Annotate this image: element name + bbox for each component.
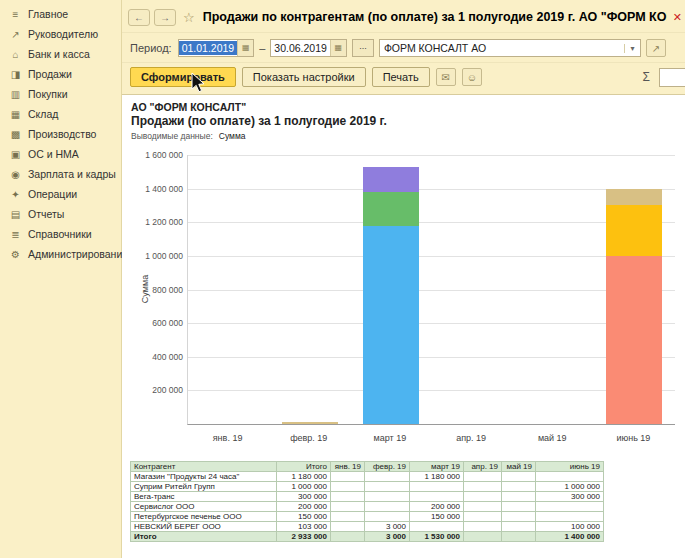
contractor-cell[interactable]: Магазин "Продукты 24 часа" [131, 472, 277, 482]
amount-cell[interactable] [331, 512, 365, 522]
amount-cell[interactable] [502, 512, 536, 522]
amount-cell[interactable]: 300 000 [277, 492, 331, 502]
amount-cell[interactable] [410, 492, 464, 502]
amount-cell[interactable] [331, 482, 365, 492]
column-header[interactable]: янв. 19 [331, 462, 365, 472]
column-header[interactable]: февр. 19 [365, 462, 410, 472]
amount-cell[interactable]: 1 180 000 [277, 472, 331, 482]
amount-cell[interactable] [464, 472, 502, 482]
column-header[interactable]: Итого [277, 462, 331, 472]
sidebar-item-otchety[interactable]: ▤Отчеты [0, 204, 121, 224]
sidebar-item-bank-i-kassa[interactable]: ⌂Банк и касса [0, 44, 121, 64]
print-button[interactable]: Печать [372, 67, 430, 87]
sidebar-item-spravochniki[interactable]: ≣Справочники [0, 224, 121, 244]
amount-cell[interactable] [365, 512, 410, 522]
bar-segment[interactable] [363, 192, 419, 226]
generate-button[interactable]: Сформировать [130, 67, 236, 87]
chevron-down-icon[interactable]: ▾ [624, 44, 640, 53]
sidebar-item-operacii[interactable]: ✦Операции [0, 184, 121, 204]
amount-cell[interactable] [365, 472, 410, 482]
amount-cell[interactable] [410, 522, 464, 532]
amount-cell[interactable] [331, 492, 365, 502]
feedback-icon[interactable]: ☺ [462, 68, 482, 86]
contractor-cell[interactable]: Вега-транс [131, 492, 277, 502]
contractor-cell[interactable]: НЕВСКИЙ БЕРЕГ ООО [131, 522, 277, 532]
show-settings-button[interactable]: Показать настройки [242, 67, 366, 87]
amount-cell[interactable] [464, 482, 502, 492]
close-icon[interactable]: ✕ [673, 11, 682, 24]
total-cell[interactable]: 1 400 000 [536, 532, 604, 542]
sidebar-item-zarplata-i-kadry[interactable]: ◉Зарплата и кадры [0, 164, 121, 184]
organization-combo[interactable]: ФОРМ КОНСАЛТ АО ▾ [379, 39, 641, 57]
sidebar-item-glavnoe[interactable]: ≡Главное [0, 4, 121, 24]
amount-cell[interactable] [502, 522, 536, 532]
sidebar-item-os-i-nma[interactable]: ▣ОС и НМА [0, 144, 121, 164]
amount-cell[interactable] [502, 502, 536, 512]
amount-cell[interactable] [536, 502, 604, 512]
column-header[interactable]: март 19 [410, 462, 464, 472]
amount-cell[interactable] [410, 482, 464, 492]
date-to-field[interactable]: 30.06.2019 ▦ [270, 39, 347, 57]
bar-segment[interactable] [363, 167, 419, 192]
amount-cell[interactable] [464, 492, 502, 502]
amount-cell[interactable]: 200 000 [410, 502, 464, 512]
calendar-icon[interactable]: ▦ [330, 40, 346, 56]
amount-cell[interactable]: 150 000 [410, 512, 464, 522]
amount-cell[interactable] [536, 512, 604, 522]
mail-icon[interactable]: ✉ [436, 68, 456, 86]
amount-cell[interactable] [365, 492, 410, 502]
amount-cell[interactable] [502, 482, 536, 492]
amount-cell[interactable]: 3 000 [365, 522, 410, 532]
amount-cell[interactable] [331, 502, 365, 512]
sidebar-item-proizvodstvo[interactable]: ▩Производство [0, 124, 121, 144]
total-cell[interactable] [331, 532, 365, 542]
amount-cell[interactable] [502, 472, 536, 482]
sidebar-item-prodazhi[interactable]: ◨Продажи [0, 64, 121, 84]
contractor-cell[interactable]: Сервислог ООО [131, 502, 277, 512]
total-cell[interactable]: 1 530 000 [410, 532, 464, 542]
sidebar-item-sklad[interactable]: ▦Склад [0, 104, 121, 124]
amount-cell[interactable]: 1 000 000 [536, 482, 604, 492]
contractor-cell[interactable]: Суприм Ритейл Групп [131, 482, 277, 492]
amount-cell[interactable] [464, 522, 502, 532]
org-open-button[interactable]: ↗ [646, 39, 666, 57]
amount-cell[interactable]: 1 000 000 [277, 482, 331, 492]
total-cell[interactable]: 3 000 [365, 532, 410, 542]
bar-segment[interactable] [606, 205, 662, 255]
amount-cell[interactable] [464, 502, 502, 512]
sidebar-item-administrirovanie[interactable]: ⚙Администрирование [0, 244, 121, 264]
amount-cell[interactable] [331, 522, 365, 532]
date-from-value[interactable]: 01.01.2019 [179, 41, 238, 55]
total-cell[interactable]: 2 933 000 [277, 532, 331, 542]
amount-cell[interactable]: 300 000 [536, 492, 604, 502]
amount-cell[interactable] [365, 502, 410, 512]
total-cell[interactable]: Итого [131, 532, 277, 542]
sidebar-item-rukovoditelyu[interactable]: ↗Руководителю [0, 24, 121, 44]
bar-segment[interactable] [363, 226, 419, 424]
sidebar-item-pokupki[interactable]: ▥Покупки [0, 84, 121, 104]
calendar-icon[interactable]: ▦ [237, 40, 253, 56]
period-more-button[interactable]: ... [352, 39, 374, 57]
column-header[interactable]: май 19 [502, 462, 536, 472]
sum-sigma-icon[interactable]: Σ [643, 70, 650, 84]
bar-segment[interactable] [282, 422, 338, 424]
amount-cell[interactable] [502, 492, 536, 502]
amount-cell[interactable]: 1 180 000 [410, 472, 464, 482]
amount-cell[interactable]: 200 000 [277, 502, 331, 512]
favorite-star-icon[interactable]: ☆ [183, 10, 195, 25]
total-cell[interactable] [502, 532, 536, 542]
amount-cell[interactable]: 103 000 [277, 522, 331, 532]
bar-segment[interactable] [606, 256, 662, 424]
date-to-value[interactable]: 30.06.2019 [271, 41, 330, 55]
amount-cell[interactable] [365, 482, 410, 492]
sum-field[interactable] [659, 68, 685, 87]
bar-segment[interactable] [606, 189, 662, 206]
column-header[interactable]: июнь 19 [536, 462, 604, 472]
amount-cell[interactable] [464, 512, 502, 522]
amount-cell[interactable] [536, 472, 604, 482]
amount-cell[interactable]: 150 000 [277, 512, 331, 522]
total-cell[interactable] [464, 532, 502, 542]
amount-cell[interactable] [331, 472, 365, 482]
column-header[interactable]: апр. 19 [464, 462, 502, 472]
date-from-field[interactable]: 01.01.2019 ▦ [178, 39, 255, 57]
